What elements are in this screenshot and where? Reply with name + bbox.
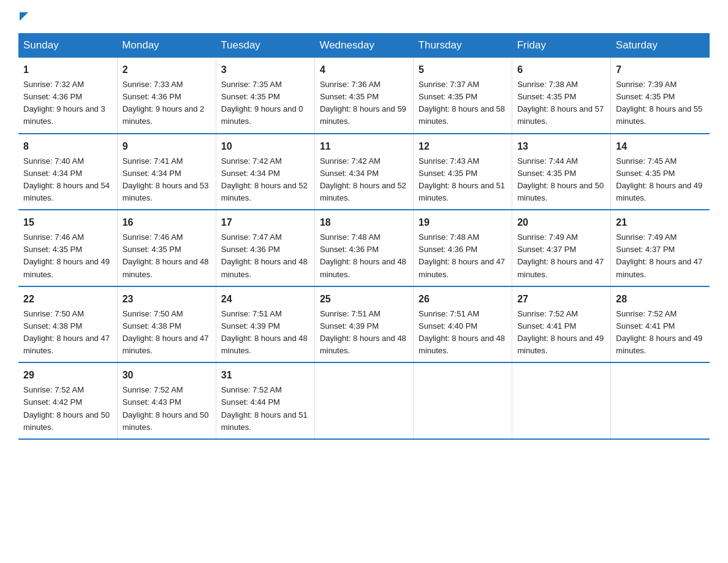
day-number: 17 — [221, 215, 309, 230]
day-info: Sunrise: 7:48 AMSunset: 4:36 PMDaylight:… — [320, 231, 408, 281]
day-number: 20 — [517, 215, 605, 230]
day-number: 30 — [123, 368, 211, 383]
day-cell: 27Sunrise: 7:52 AMSunset: 4:41 PMDayligh… — [512, 286, 611, 363]
day-info: Sunrise: 7:51 AMSunset: 4:39 PMDaylight:… — [320, 308, 408, 358]
day-cell: 7Sunrise: 7:39 AMSunset: 4:35 PMDaylight… — [611, 58, 710, 134]
day-number: 11 — [320, 139, 408, 154]
day-number: 9 — [123, 139, 211, 154]
day-number: 15 — [23, 215, 112, 230]
day-info: Sunrise: 7:36 AMSunset: 4:35 PMDaylight:… — [320, 79, 408, 128]
weekday-header-saturday: Saturday — [611, 33, 710, 58]
day-number: 21 — [616, 215, 705, 230]
day-cell: 10Sunrise: 7:42 AMSunset: 4:34 PMDayligh… — [216, 134, 314, 210]
day-number: 18 — [320, 215, 408, 230]
day-cell: 4Sunrise: 7:36 AMSunset: 4:35 PMDaylight… — [314, 58, 413, 134]
day-cell: 15Sunrise: 7:46 AMSunset: 4:35 PMDayligh… — [18, 210, 117, 286]
day-cell — [314, 362, 413, 439]
day-info: Sunrise: 7:48 AMSunset: 4:36 PMDaylight:… — [419, 231, 507, 281]
day-info: Sunrise: 7:50 AMSunset: 4:38 PMDaylight:… — [123, 308, 211, 358]
day-number: 25 — [320, 292, 408, 307]
day-cell: 11Sunrise: 7:42 AMSunset: 4:34 PMDayligh… — [314, 134, 413, 210]
day-info: Sunrise: 7:42 AMSunset: 4:34 PMDaylight:… — [221, 155, 309, 205]
day-cell — [611, 362, 710, 439]
day-cell: 24Sunrise: 7:51 AMSunset: 4:39 PMDayligh… — [216, 286, 314, 363]
day-info: Sunrise: 7:49 AMSunset: 4:37 PMDaylight:… — [517, 231, 605, 281]
day-info: Sunrise: 7:50 AMSunset: 4:38 PMDaylight:… — [23, 308, 112, 358]
day-number: 2 — [123, 63, 211, 77]
logo — [18, 12, 28, 21]
day-info: Sunrise: 7:42 AMSunset: 4:34 PMDaylight:… — [320, 155, 408, 205]
day-number: 27 — [517, 292, 605, 307]
day-info: Sunrise: 7:43 AMSunset: 4:35 PMDaylight:… — [419, 155, 507, 205]
day-number: 8 — [23, 139, 112, 154]
day-number: 10 — [221, 139, 309, 154]
day-cell: 8Sunrise: 7:40 AMSunset: 4:34 PMDaylight… — [18, 134, 117, 210]
day-info: Sunrise: 7:52 AMSunset: 4:41 PMDaylight:… — [616, 308, 705, 358]
day-cell: 16Sunrise: 7:46 AMSunset: 4:35 PMDayligh… — [117, 210, 216, 286]
day-info: Sunrise: 7:51 AMSunset: 4:39 PMDaylight:… — [221, 308, 309, 358]
day-number: 13 — [517, 139, 605, 154]
page-header — [18, 12, 710, 21]
day-cell — [512, 362, 611, 439]
day-info: Sunrise: 7:35 AMSunset: 4:35 PMDaylight:… — [221, 79, 309, 128]
day-cell: 26Sunrise: 7:51 AMSunset: 4:40 PMDayligh… — [414, 286, 512, 363]
day-cell: 14Sunrise: 7:45 AMSunset: 4:35 PMDayligh… — [611, 134, 710, 210]
day-cell: 13Sunrise: 7:44 AMSunset: 4:35 PMDayligh… — [512, 134, 611, 210]
day-cell — [414, 362, 512, 439]
day-number: 19 — [419, 215, 507, 230]
day-cell: 22Sunrise: 7:50 AMSunset: 4:38 PMDayligh… — [18, 286, 117, 363]
day-info: Sunrise: 7:49 AMSunset: 4:37 PMDaylight:… — [616, 231, 705, 281]
weekday-header-sunday: Sunday — [18, 33, 117, 58]
day-number: 23 — [123, 292, 211, 307]
day-cell: 6Sunrise: 7:38 AMSunset: 4:35 PMDaylight… — [512, 58, 611, 134]
day-number: 28 — [616, 292, 705, 307]
day-number: 31 — [221, 368, 309, 383]
day-info: Sunrise: 7:37 AMSunset: 4:35 PMDaylight:… — [419, 79, 507, 128]
day-cell: 5Sunrise: 7:37 AMSunset: 4:35 PMDaylight… — [414, 58, 512, 134]
day-number: 26 — [419, 292, 507, 307]
day-info: Sunrise: 7:52 AMSunset: 4:42 PMDaylight:… — [23, 384, 112, 434]
week-row-4: 22Sunrise: 7:50 AMSunset: 4:38 PMDayligh… — [18, 286, 710, 363]
day-info: Sunrise: 7:51 AMSunset: 4:40 PMDaylight:… — [419, 308, 507, 358]
day-cell: 28Sunrise: 7:52 AMSunset: 4:41 PMDayligh… — [611, 286, 710, 363]
day-info: Sunrise: 7:41 AMSunset: 4:34 PMDaylight:… — [123, 155, 211, 205]
day-info: Sunrise: 7:52 AMSunset: 4:43 PMDaylight:… — [123, 384, 211, 434]
day-info: Sunrise: 7:44 AMSunset: 4:35 PMDaylight:… — [517, 155, 605, 205]
weekday-header-row: SundayMondayTuesdayWednesdayThursdayFrid… — [18, 33, 710, 58]
day-number: 24 — [221, 292, 309, 307]
day-number: 5 — [419, 63, 507, 77]
day-info: Sunrise: 7:33 AMSunset: 4:36 PMDaylight:… — [123, 79, 211, 128]
weekday-header-thursday: Thursday — [414, 33, 512, 58]
day-cell: 29Sunrise: 7:52 AMSunset: 4:42 PMDayligh… — [18, 362, 117, 439]
day-cell: 9Sunrise: 7:41 AMSunset: 4:34 PMDaylight… — [117, 134, 216, 210]
day-cell: 21Sunrise: 7:49 AMSunset: 4:37 PMDayligh… — [611, 210, 710, 286]
weekday-header-wednesday: Wednesday — [314, 33, 413, 58]
day-info: Sunrise: 7:46 AMSunset: 4:35 PMDaylight:… — [123, 231, 211, 281]
day-info: Sunrise: 7:46 AMSunset: 4:35 PMDaylight:… — [23, 231, 112, 281]
weekday-header-tuesday: Tuesday — [216, 33, 314, 58]
week-row-5: 29Sunrise: 7:52 AMSunset: 4:42 PMDayligh… — [18, 362, 710, 439]
weekday-header-friday: Friday — [512, 33, 611, 58]
day-number: 12 — [419, 139, 507, 154]
day-info: Sunrise: 7:39 AMSunset: 4:35 PMDaylight:… — [616, 79, 705, 128]
day-cell: 2Sunrise: 7:33 AMSunset: 4:36 PMDaylight… — [117, 58, 216, 134]
day-cell: 20Sunrise: 7:49 AMSunset: 4:37 PMDayligh… — [512, 210, 611, 286]
day-info: Sunrise: 7:45 AMSunset: 4:35 PMDaylight:… — [616, 155, 705, 205]
day-info: Sunrise: 7:38 AMSunset: 4:35 PMDaylight:… — [517, 79, 605, 128]
day-cell: 30Sunrise: 7:52 AMSunset: 4:43 PMDayligh… — [117, 362, 216, 439]
day-number: 14 — [616, 139, 705, 154]
week-row-2: 8Sunrise: 7:40 AMSunset: 4:34 PMDaylight… — [18, 134, 710, 210]
day-cell: 17Sunrise: 7:47 AMSunset: 4:36 PMDayligh… — [216, 210, 314, 286]
day-cell: 25Sunrise: 7:51 AMSunset: 4:39 PMDayligh… — [314, 286, 413, 363]
day-info: Sunrise: 7:32 AMSunset: 4:36 PMDaylight:… — [23, 79, 112, 128]
logo-triangle-icon — [20, 12, 28, 21]
calendar-table: SundayMondayTuesdayWednesdayThursdayFrid… — [18, 33, 710, 440]
day-cell: 19Sunrise: 7:48 AMSunset: 4:36 PMDayligh… — [414, 210, 512, 286]
day-number: 4 — [320, 63, 408, 77]
weekday-header-monday: Monday — [117, 33, 216, 58]
day-info: Sunrise: 7:40 AMSunset: 4:34 PMDaylight:… — [23, 155, 112, 205]
day-cell: 1Sunrise: 7:32 AMSunset: 4:36 PMDaylight… — [18, 58, 117, 134]
day-number: 16 — [123, 215, 211, 230]
day-number: 1 — [23, 63, 112, 77]
day-cell: 31Sunrise: 7:52 AMSunset: 4:44 PMDayligh… — [216, 362, 314, 439]
